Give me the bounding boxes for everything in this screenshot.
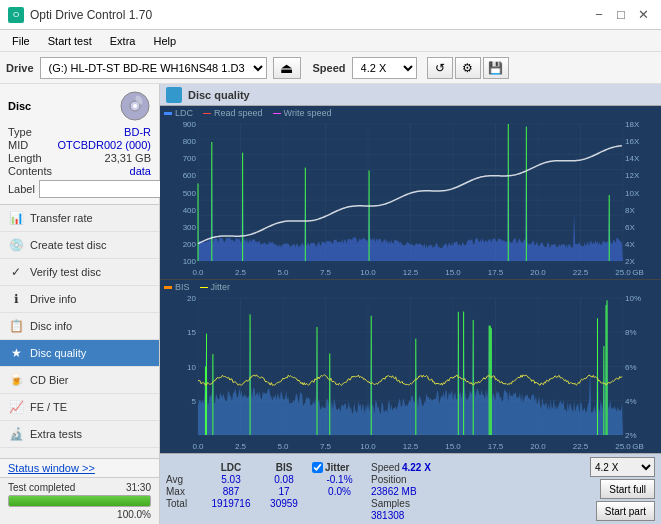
menu-bar: File Start test Extra Help [0, 30, 661, 52]
nav-drive-info[interactable]: ℹ Drive info [0, 286, 159, 313]
refresh-button[interactable]: ↺ [427, 57, 453, 79]
drive-select[interactable]: (G:) HL-DT-ST BD-RE WH16NS48 1.D3 [40, 57, 267, 79]
sidebar: Disc Type BD-R MID OTCBDR002 (000) Lengt… [0, 84, 160, 524]
avg-label: Avg [166, 474, 202, 485]
type-label: Type [8, 126, 32, 138]
drive-label: Drive [6, 62, 34, 74]
progress-bar-fill [9, 496, 150, 506]
disc-panel-title: Disc [8, 100, 31, 112]
speed-select[interactable]: 4.2 X [352, 57, 417, 79]
chart-title: Disc quality [188, 89, 250, 101]
speed-stats-value: 4.22 X [402, 462, 431, 473]
top-chart-canvas [160, 120, 661, 279]
label-input[interactable] [39, 180, 172, 198]
samples-value: 381308 [371, 510, 441, 521]
start-part-button[interactable]: Start part [596, 501, 655, 521]
nav-drive-info-label: Drive info [30, 293, 76, 305]
close-button[interactable]: ✕ [633, 5, 653, 25]
progress-bar-container [8, 495, 151, 507]
legend-write-speed: Write speed [273, 108, 332, 118]
chart-container: LDC Read speed Write speed [160, 106, 661, 453]
chart-title-icon [166, 87, 182, 103]
ldc-avg: 5.03 [206, 474, 256, 485]
type-value: BD-R [124, 126, 151, 138]
bis-total: 30959 [260, 498, 308, 509]
nav-disc-info[interactable]: 📋 Disc info [0, 313, 159, 340]
bottom-chart-canvas [160, 294, 661, 453]
nav-cd-bier[interactable]: 🍺 CD Bier [0, 367, 159, 394]
legend-read-speed: Read speed [203, 108, 263, 118]
total-label: Total [166, 498, 202, 509]
maximize-button[interactable]: □ [611, 5, 631, 25]
position-label: Position [371, 474, 407, 485]
ldc-total: 1919716 [206, 498, 256, 509]
nav-verify-test-disc[interactable]: ✓ Verify test disc [0, 259, 159, 286]
nav-extra-tests-label: Extra tests [30, 428, 82, 440]
bis-avg: 0.08 [260, 474, 308, 485]
app-icon: O [8, 7, 24, 23]
nav-disc-quality-label: Disc quality [30, 347, 86, 359]
progress-text: 100.0% [8, 509, 151, 520]
bis-header: BIS [260, 462, 308, 473]
nav-fe-te-label: FE / TE [30, 401, 67, 413]
right-area: Disc quality LDC Read speed Wri [160, 84, 661, 524]
nav-fe-te[interactable]: 📈 FE / TE [0, 394, 159, 421]
nav-create-test-disc-label: Create test disc [30, 239, 106, 251]
stats-bar: LDC BIS Jitter Speed 4.22 X Avg 5.03 0.0… [160, 453, 661, 524]
nav-transfer-rate[interactable]: 📊 Transfer rate [0, 205, 159, 232]
title-bar: O Opti Drive Control 1.70 − □ ✕ [0, 0, 661, 30]
legend-bis: BIS [164, 282, 190, 292]
drive-bar: Drive (G:) HL-DT-ST BD-RE WH16NS48 1.D3 … [0, 52, 661, 84]
jitter-label: Jitter [325, 462, 349, 473]
nav-transfer-rate-label: Transfer rate [30, 212, 93, 224]
contents-value: data [130, 165, 151, 177]
mid-label: MID [8, 139, 28, 151]
legend-jitter: Jitter [200, 282, 231, 292]
nav-list: 📊 Transfer rate 💿 Create test disc ✓ Ver… [0, 205, 159, 458]
jitter-max: 0.0% [312, 486, 367, 497]
status-time: 31:30 [126, 482, 151, 493]
save-button[interactable]: 💾 [483, 57, 509, 79]
create-test-disc-icon: 💿 [8, 237, 24, 253]
eject-button[interactable]: ⏏ [273, 57, 301, 79]
chart-title-bar: Disc quality [160, 84, 661, 106]
nav-disc-quality[interactable]: ★ Disc quality [0, 340, 159, 367]
jitter-checkbox[interactable] [312, 462, 323, 473]
cd-bier-icon: 🍺 [8, 372, 24, 388]
nav-create-test-disc[interactable]: 💿 Create test disc [0, 232, 159, 259]
speed-dropdown[interactable]: 4.2 X [590, 457, 655, 477]
minimize-button[interactable]: − [589, 5, 609, 25]
menu-help[interactable]: Help [145, 33, 184, 49]
speed-label: Speed [313, 62, 346, 74]
nav-extra-tests[interactable]: 🔬 Extra tests [0, 421, 159, 448]
progress-area: Test completed 31:30 100.0% [0, 478, 159, 524]
transfer-rate-icon: 📊 [8, 210, 24, 226]
length-label: Length [8, 152, 42, 164]
mid-value: OTCBDR002 (000) [57, 139, 151, 151]
settings-button[interactable]: ⚙ [455, 57, 481, 79]
verify-test-disc-icon: ✓ [8, 264, 24, 280]
position-value: 23862 MB [371, 486, 441, 497]
drive-info-icon: ℹ [8, 291, 24, 307]
extra-tests-icon: 🔬 [8, 426, 24, 442]
label-key: Label [8, 183, 35, 195]
menu-start-test[interactable]: Start test [40, 33, 100, 49]
bis-max: 17 [260, 486, 308, 497]
menu-extra[interactable]: Extra [102, 33, 144, 49]
menu-file[interactable]: File [4, 33, 38, 49]
svg-point-2 [133, 104, 137, 108]
status-window-button[interactable]: Status window >> [8, 462, 95, 474]
disc-info-icon: 📋 [8, 318, 24, 334]
nav-disc-info-label: Disc info [30, 320, 72, 332]
speed-stats-label: Speed [371, 462, 400, 473]
status-text: Test completed [8, 482, 75, 493]
app-title: Opti Drive Control 1.70 [30, 8, 152, 22]
legend-ldc: LDC [164, 108, 193, 118]
length-value: 23,31 GB [105, 152, 151, 164]
nav-cd-bier-label: CD Bier [30, 374, 69, 386]
samples-label: Samples [371, 498, 410, 509]
start-full-button[interactable]: Start full [600, 479, 655, 499]
max-label: Max [166, 486, 202, 497]
disc-panel: Disc Type BD-R MID OTCBDR002 (000) Lengt… [0, 84, 159, 205]
status-area: Status window >> [0, 458, 159, 478]
